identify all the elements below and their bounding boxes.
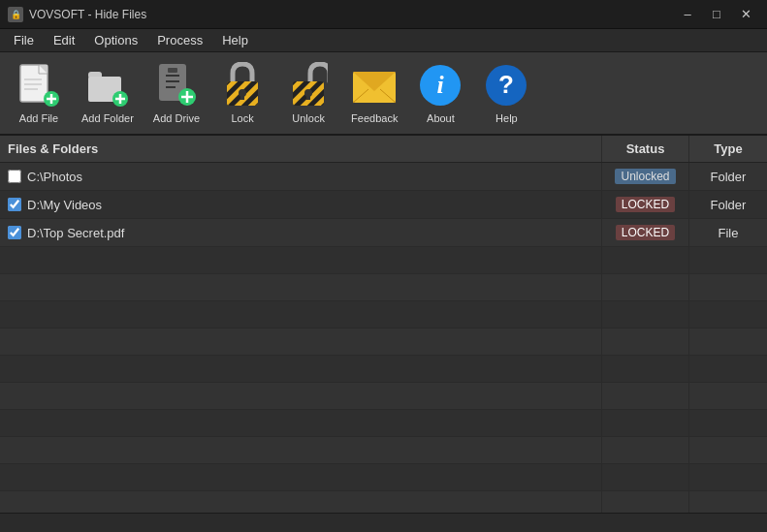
status-badge-3: LOCKED	[616, 225, 675, 240]
cell-type-1: Folder	[689, 163, 767, 190]
menu-bar: File Edit Options Process Help	[0, 29, 767, 52]
add-file-button[interactable]: Add File	[8, 58, 70, 128]
lock-icon	[223, 62, 262, 109]
status-bar	[0, 513, 767, 532]
header-type: Type	[689, 136, 767, 162]
empty-row	[0, 410, 767, 437]
menu-process[interactable]: Process	[147, 31, 212, 49]
lock-icon-area	[219, 62, 266, 109]
unlock-icon-area	[285, 62, 332, 109]
table-header: Files & Folders Status Type	[0, 136, 767, 163]
maximize-button[interactable]: □	[703, 4, 730, 25]
feedback-icon-area	[351, 62, 398, 109]
toolbar: Add File Add Folder	[0, 52, 767, 136]
window-title: VOVSOFT - Hide Files	[29, 8, 146, 21]
row-checkbox-3[interactable]	[8, 226, 21, 239]
menu-edit[interactable]: Edit	[44, 31, 84, 49]
empty-row	[0, 301, 767, 329]
help-label: Help	[495, 112, 518, 124]
empty-row	[0, 274, 767, 301]
feedback-label: Feedback	[351, 112, 398, 124]
empty-row	[0, 437, 767, 464]
table-row: D:\My Videos LOCKED Folder	[0, 191, 767, 219]
row-checkbox-2[interactable]	[8, 198, 21, 211]
svg-rect-26	[240, 93, 244, 100]
feedback-button[interactable]: Feedback	[343, 58, 405, 128]
file-table: Files & Folders Status Type C:\Photos Un…	[0, 136, 767, 513]
app-icon: 🔒	[8, 7, 23, 22]
close-button[interactable]: ✕	[732, 4, 759, 25]
add-folder-icon-area	[84, 62, 131, 109]
add-folder-label: Add Folder	[81, 112, 134, 124]
svg-rect-17	[168, 68, 177, 73]
help-icon: ?	[485, 64, 527, 107]
help-icon-area: ?	[483, 62, 529, 109]
about-icon-area: i	[417, 62, 463, 109]
minimize-button[interactable]: –	[674, 4, 701, 25]
empty-row	[0, 491, 767, 513]
cell-status-3: LOCKED	[602, 219, 689, 246]
row-checkbox-1[interactable]	[8, 170, 21, 183]
empty-row	[0, 464, 767, 491]
svg-rect-31	[306, 93, 310, 100]
svg-text:i: i	[437, 71, 445, 99]
add-drive-label: Add Drive	[153, 112, 200, 124]
cell-type-3: File	[689, 219, 767, 246]
empty-row	[0, 329, 767, 356]
path-text-3: D:\Top Secret.pdf	[27, 226, 124, 240]
add-folder-button[interactable]: Add Folder	[74, 58, 142, 128]
empty-row	[0, 356, 767, 383]
svg-text:?: ?	[498, 70, 514, 99]
table-row: D:\Top Secret.pdf LOCKED File	[0, 219, 767, 247]
lock-label: Lock	[231, 112, 253, 124]
menu-help[interactable]: Help	[212, 31, 258, 49]
path-text-2: D:\My Videos	[27, 198, 102, 212]
cell-status-1: Unlocked	[602, 163, 689, 190]
feedback-icon	[351, 64, 398, 107]
cell-type-2: Folder	[689, 191, 767, 218]
add-file-icon-area	[16, 62, 62, 109]
title-bar-left: 🔒 VOVSOFT - Hide Files	[8, 7, 146, 22]
main-content: Files & Folders Status Type C:\Photos Un…	[0, 136, 767, 513]
empty-row	[0, 383, 767, 410]
cell-path-2: D:\My Videos	[0, 191, 602, 218]
unlock-button[interactable]: Unlock	[277, 58, 339, 128]
lock-button[interactable]: Lock	[211, 58, 273, 128]
about-icon: i	[419, 64, 462, 107]
header-files-folders: Files & Folders	[0, 136, 602, 162]
add-drive-icon-area	[153, 62, 200, 109]
cell-status-2: LOCKED	[602, 191, 689, 218]
help-button[interactable]: ? Help	[475, 58, 537, 128]
add-drive-icon	[154, 62, 199, 109]
add-file-label: Add File	[19, 112, 58, 124]
window-controls: – □ ✕	[674, 4, 759, 25]
unlock-label: Unlock	[292, 112, 325, 124]
svg-rect-0	[20, 65, 48, 102]
table-body: C:\Photos Unlocked Folder D:\My Videos L…	[0, 163, 767, 513]
path-text-1: C:\Photos	[27, 170, 82, 184]
status-badge-1: Unlocked	[615, 169, 675, 184]
empty-row	[0, 247, 767, 274]
add-drive-button[interactable]: Add Drive	[145, 58, 208, 128]
status-badge-2: LOCKED	[616, 197, 675, 212]
about-label: About	[427, 112, 455, 124]
menu-file[interactable]: File	[4, 31, 44, 49]
cell-path-1: C:\Photos	[0, 163, 602, 190]
about-button[interactable]: i About	[409, 58, 471, 128]
unlock-icon	[289, 62, 328, 109]
cell-path-3: D:\Top Secret.pdf	[0, 219, 602, 246]
add-folder-icon	[85, 62, 130, 109]
title-bar: 🔒 VOVSOFT - Hide Files – □ ✕	[0, 0, 767, 29]
menu-options[interactable]: Options	[84, 31, 147, 49]
table-row: C:\Photos Unlocked Folder	[0, 163, 767, 191]
add-file-icon	[16, 62, 61, 109]
header-status: Status	[602, 136, 689, 162]
